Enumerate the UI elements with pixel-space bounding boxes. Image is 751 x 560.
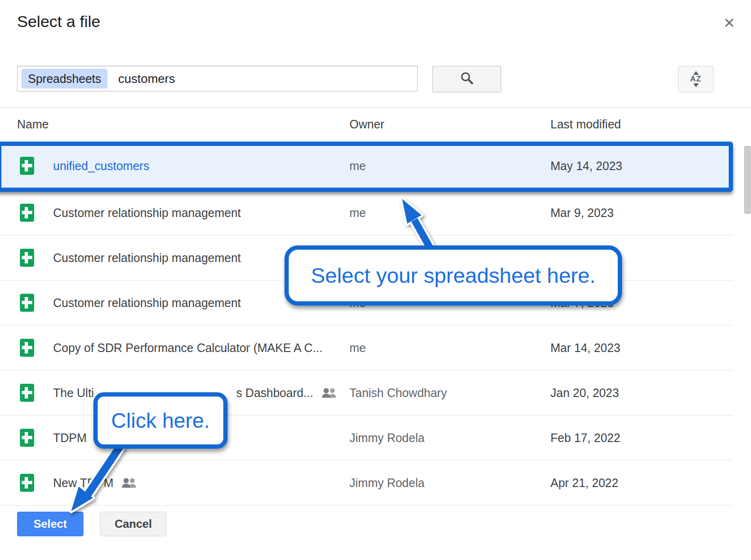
file-name: Customer relationship management [53, 206, 241, 220]
search-icon [460, 71, 474, 87]
sort-az-icon: AZ [690, 75, 701, 83]
spreadsheet-icon [20, 157, 34, 175]
file-owner: Jimmy Rodela [349, 476, 424, 490]
file-name: Copy of SDR Performance Calculator (MAKE… [53, 341, 322, 355]
file-modified-date: Mar 14, 2023 [550, 341, 620, 355]
file-name-prefix: The Ulti [53, 386, 94, 400]
column-header-modified: Last modified [550, 117, 621, 131]
sort-asc-icon [693, 71, 699, 75]
spreadsheet-icon [20, 204, 34, 222]
callout-text: Select your spreadsheet here. [311, 263, 595, 288]
table-row-unified-customers[interactable]: unified_customers me May 14, 2023 [0, 141, 733, 190]
spreadsheet-icon [20, 474, 34, 492]
close-icon[interactable]: ✕ [720, 13, 739, 32]
search-query-text: customers [118, 72, 175, 86]
file-name: Customer relationship management [53, 296, 241, 310]
cancel-button[interactable]: Cancel [100, 512, 166, 536]
shared-people-icon [121, 477, 138, 488]
select-button[interactable]: Select [17, 512, 83, 536]
annotation-callout-click: Click here. [93, 392, 228, 449]
sort-desc-icon [693, 83, 699, 87]
file-name: Customer relationship management [53, 251, 241, 265]
file-name-suffix: s Dashboard... [236, 386, 313, 400]
spreadsheet-icon [20, 339, 34, 357]
file-owner: me [349, 341, 366, 355]
file-modified-date: Jan 20, 2023 [550, 386, 619, 400]
annotation-callout-spreadsheet: Select your spreadsheet here. [284, 245, 622, 306]
table-row[interactable]: New TDPM Jimmy Rodela Apr 21, 2022 [0, 461, 733, 506]
file-owner: Tanish Chowdhary [349, 386, 447, 400]
file-owner: me [349, 159, 366, 172]
file-modified-date: Feb 17, 2022 [550, 431, 620, 445]
search-button[interactable] [432, 66, 501, 92]
scrollbar-thumb[interactable] [744, 146, 751, 214]
search-input[interactable]: Spreadsheets customers [17, 66, 418, 91]
file-modified-date: Mar 9, 2023 [550, 206, 614, 220]
filter-chip-spreadsheets[interactable]: Spreadsheets [21, 69, 108, 89]
toolbar-divider [0, 107, 751, 108]
file-modified-date: Apr 21, 2022 [550, 476, 618, 490]
callout-text: Click here. [111, 409, 210, 433]
sort-button[interactable]: AZ [678, 66, 714, 92]
file-name: TDPM [53, 431, 87, 445]
page-title: Select a file [17, 12, 101, 31]
spreadsheet-icon [20, 294, 34, 312]
file-owner: Jimmy Rodela [349, 431, 424, 445]
table-row[interactable]: Copy of SDR Performance Calculator (MAKE… [0, 325, 733, 370]
column-header-name: Name [17, 117, 49, 131]
spreadsheet-icon [20, 384, 34, 402]
table-row[interactable]: Customer relationship management me Mar … [0, 190, 733, 235]
column-header-owner: Owner [349, 117, 385, 131]
spreadsheet-icon [20, 249, 34, 267]
spreadsheet-icon [20, 429, 34, 447]
file-modified-date: May 14, 2023 [550, 159, 623, 172]
file-name-text: New TDPM [53, 476, 113, 490]
file-owner: me [349, 206, 366, 220]
shared-people-icon [321, 387, 338, 398]
file-name: New TDPM [53, 476, 138, 490]
file-list: unified_customers me May 14, 2023 Custom… [0, 141, 733, 506]
file-name: unified_customers [53, 159, 149, 172]
